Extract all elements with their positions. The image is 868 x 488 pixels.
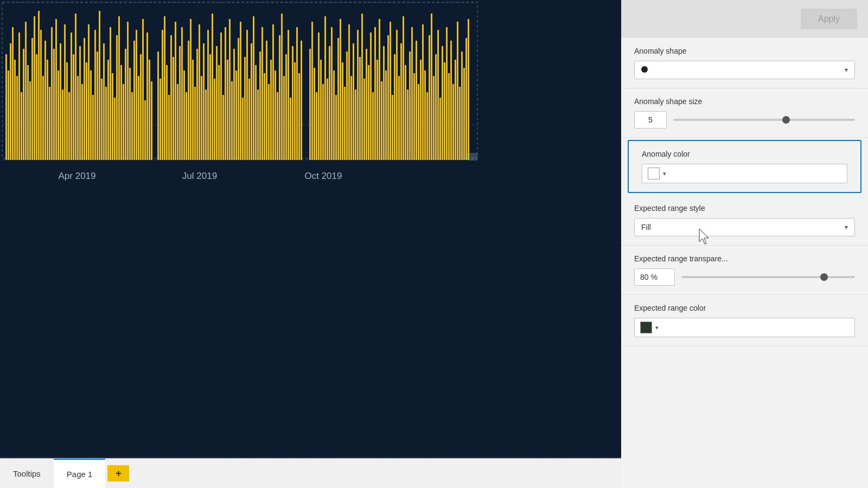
expected-range-transparency-input[interactable]: 80 % — [634, 268, 675, 286]
svg-rect-93 — [203, 43, 205, 160]
svg-rect-182 — [403, 16, 404, 160]
svg-rect-141 — [314, 68, 315, 160]
svg-rect-103 — [225, 27, 226, 160]
svg-rect-127 — [277, 92, 278, 160]
anomaly-shape-size-input[interactable]: 5 — [634, 111, 667, 129]
svg-rect-128 — [279, 35, 280, 160]
svg-rect-156 — [346, 52, 348, 160]
svg-rect-153 — [340, 19, 341, 160]
svg-rect-100 — [218, 65, 220, 160]
expected-range-transparency-thumb[interactable] — [820, 273, 828, 281]
tab-page1[interactable]: Page 1 — [54, 459, 106, 488]
apply-button[interactable]: Apply — [801, 9, 857, 29]
anomaly-shape-size-track[interactable] — [673, 119, 855, 121]
svg-rect-195 — [431, 14, 432, 160]
svg-rect-65 — [138, 76, 139, 160]
svg-rect-197 — [435, 54, 437, 160]
chart-svg: Apr 2019 Jul 2019 Oct 2019 — [0, 0, 621, 412]
svg-rect-180 — [398, 76, 400, 160]
svg-rect-21 — [42, 76, 44, 160]
svg-rect-142 — [316, 92, 317, 160]
expected-range-transparency-track[interactable] — [681, 276, 855, 278]
svg-rect-159 — [353, 43, 354, 160]
svg-rect-146 — [324, 16, 326, 160]
svg-rect-139 — [309, 49, 311, 160]
svg-rect-157 — [348, 24, 350, 160]
svg-rect-16 — [31, 38, 33, 160]
svg-rect-46 — [97, 52, 98, 160]
expected-range-color-button[interactable]: ▾ — [634, 318, 855, 337]
svg-rect-57 — [120, 65, 122, 160]
svg-rect-43 — [90, 70, 92, 160]
svg-rect-175 — [387, 35, 389, 160]
svg-rect-187 — [413, 73, 415, 160]
svg-rect-64 — [136, 30, 137, 160]
expected-range-style-dropdown[interactable]: Fill ▾ — [634, 218, 855, 236]
svg-rect-212 — [468, 19, 469, 160]
svg-rect-5 — [8, 70, 9, 160]
svg-rect-154 — [342, 62, 343, 160]
svg-rect-115 — [251, 43, 252, 160]
svg-rect-111 — [242, 98, 244, 160]
svg-rect-83 — [181, 27, 183, 160]
transparency-value: 80 — [640, 273, 649, 281]
svg-rect-214 — [467, 153, 477, 160]
anomaly-shape-dropdown[interactable]: ▾ — [634, 61, 855, 79]
svg-rect-33 — [68, 92, 70, 160]
svg-rect-9 — [16, 76, 18, 160]
svg-rect-79 — [173, 57, 174, 160]
svg-rect-102 — [222, 95, 224, 160]
svg-rect-60 — [127, 22, 129, 160]
anomaly-shape-size-section: Anomaly shape size 5 — [621, 88, 868, 138]
svg-rect-208 — [459, 87, 461, 160]
anomaly-color-section: Anomaly color ▾ — [628, 140, 861, 193]
svg-rect-4 — [5, 54, 7, 160]
svg-rect-192 — [424, 70, 426, 160]
expected-range-color-label: Expected range color — [634, 304, 855, 312]
x-label-jul: Jul 2019 — [182, 171, 217, 181]
svg-rect-184 — [407, 89, 409, 160]
expected-range-style-label: Expected range style — [634, 204, 855, 213]
svg-rect-176 — [390, 22, 391, 160]
anomaly-color-button[interactable]: ▾ — [642, 164, 847, 183]
svg-rect-98 — [214, 79, 215, 160]
tab-add-button[interactable]: + — [107, 465, 129, 481]
apply-area: Apply — [621, 0, 868, 38]
svg-rect-124 — [270, 60, 272, 160]
svg-rect-138 — [301, 41, 302, 160]
chart-area: Apr 2019 Jul 2019 Oct 2019 Tooltips Page… — [0, 0, 621, 488]
svg-rect-75 — [164, 16, 165, 160]
svg-rect-13 — [25, 22, 27, 160]
svg-rect-47 — [99, 11, 100, 160]
svg-rect-198 — [437, 30, 439, 160]
svg-rect-190 — [420, 60, 422, 160]
svg-rect-199 — [439, 98, 441, 160]
svg-rect-20 — [40, 30, 42, 160]
svg-rect-30 — [62, 89, 63, 160]
anomaly-shape-size-thumb[interactable] — [782, 116, 790, 124]
svg-rect-189 — [418, 84, 419, 160]
tab-tooltips[interactable]: Tooltips — [0, 459, 54, 488]
svg-rect-11 — [21, 92, 22, 160]
svg-rect-201 — [444, 62, 445, 160]
svg-rect-89 — [194, 87, 196, 160]
svg-rect-78 — [170, 35, 172, 160]
svg-rect-169 — [374, 27, 376, 160]
svg-rect-131 — [285, 54, 287, 160]
svg-rect-68 — [144, 100, 146, 160]
svg-rect-59 — [125, 49, 126, 160]
svg-rect-25 — [51, 27, 53, 160]
svg-rect-112 — [244, 57, 246, 160]
svg-rect-106 — [231, 81, 233, 160]
svg-rect-137 — [298, 73, 300, 160]
svg-rect-45 — [94, 30, 96, 160]
svg-rect-158 — [350, 76, 352, 160]
anomaly-color-swatch — [648, 168, 660, 179]
svg-rect-34 — [71, 33, 72, 160]
expected-range-color-section: Expected range color ▾ — [621, 295, 868, 346]
svg-rect-120 — [261, 27, 263, 160]
svg-rect-205 — [452, 84, 454, 160]
svg-rect-36 — [75, 14, 76, 160]
x-label-apr: Apr 2019 — [59, 171, 96, 181]
svg-rect-105 — [229, 19, 231, 160]
